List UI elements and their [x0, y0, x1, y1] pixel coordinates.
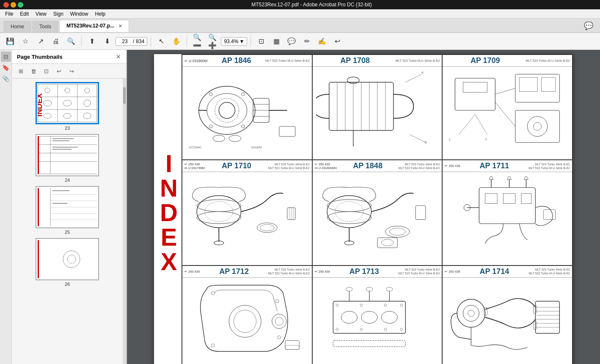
thumbnail-frame-23[interactable]: INDEX — [36, 82, 99, 124]
svg-text:S31IA54: S31IA54 — [251, 146, 262, 149]
svg-point-106 — [327, 212, 372, 224]
prev-page-btn[interactable]: ⬆ — [85, 35, 99, 48]
svg-point-142 — [360, 304, 363, 307]
bookmark-btn[interactable]: ☆ — [19, 35, 32, 48]
diagram-header-ap1708: AP 1708 MLT 523 Turbo M-U Série B-E2 — [313, 55, 442, 67]
zoom-dropdown-icon[interactable]: ▼ — [239, 38, 244, 44]
navigate-btn[interactable]: ↩ — [330, 35, 344, 48]
sidebar-options-btn[interactable]: ⊡ — [41, 66, 52, 77]
svg-rect-61 — [279, 126, 295, 137]
menu-bar: File Edit View Sign Window Help — [0, 9, 600, 19]
sidebar-scrollbar[interactable] — [123, 79, 126, 364]
sidebar-close-btn[interactable]: ✕ — [116, 53, 121, 60]
chat-icon[interactable]: 💬 — [581, 19, 597, 32]
svg-rect-137 — [333, 301, 405, 333]
diagram-cell-ap1708: AP 1708 MLT 523 Turbo M-U Série B-E2 — [313, 55, 443, 160]
separator-3 — [187, 36, 187, 47]
thumbnails-panel-btn[interactable]: ⊟ — [1, 52, 11, 62]
diagram-subtitle-ap1713: MLT 523 Turbo Série B-E2MLT 523 Turbo M-… — [399, 268, 440, 275]
attachments-panel-btn[interactable]: 📎 — [1, 74, 11, 84]
thumbnail-frame-26[interactable] — [36, 238, 99, 280]
diagram-title-ap1846: AP 1846 — [209, 56, 264, 65]
hand-tool-btn[interactable]: ✋ — [170, 35, 183, 48]
bookmarks-panel-btn[interactable]: 🔖 — [1, 63, 11, 73]
thumbnail-frame-25[interactable] — [36, 186, 99, 228]
diagram-ref-ap1848: ↵ 250 439↦ U 031600MV — [315, 162, 337, 170]
share-btn[interactable]: ↗ — [34, 35, 47, 48]
diagram-subtitle-ap1712: MLT 523 Turbo Série B-E2MLT 523 Turbo M-… — [268, 268, 310, 275]
layout-btn[interactable]: ▦ — [270, 35, 283, 48]
page-input[interactable] — [118, 38, 131, 44]
sidebar-redo-btn[interactable]: ↪ — [66, 66, 77, 77]
diagram-svg-ap1713 — [316, 281, 439, 361]
diagram-cell-ap1846: ↵ U 031800M AP 1846 MLT 523 Turbo M-U Sé… — [182, 55, 313, 160]
tab-home[interactable]: Home — [3, 21, 31, 32]
svg-line-86 — [495, 88, 516, 94]
tab-tools[interactable]: Tools — [32, 21, 58, 32]
svg-point-158 — [468, 310, 474, 316]
svg-line-87 — [495, 102, 516, 126]
thumbnail-23[interactable]: INDEX 23 — [15, 82, 119, 131]
svg-rect-79 — [463, 82, 487, 93]
sidebar-delete-btn[interactable]: 🗑 — [28, 66, 39, 77]
minimize-window-btn[interactable] — [11, 2, 16, 8]
zoom-in-btn[interactable]: 🔍➕ — [206, 35, 219, 48]
cursor-tool-btn[interactable]: ↖ — [154, 35, 168, 48]
print-btn[interactable]: 🖨 — [49, 35, 63, 48]
svg-rect-82 — [542, 77, 556, 91]
close-window-btn[interactable] — [3, 2, 9, 8]
diagram-title-ap1710: AP 1710 — [206, 161, 267, 170]
svg-rect-30 — [52, 149, 72, 150]
save-btn[interactable]: 💾 — [3, 35, 17, 48]
menu-file[interactable]: File — [2, 10, 17, 18]
svg-point-111 — [389, 228, 405, 235]
zoom-display[interactable]: 93.4% ▼ — [221, 37, 247, 46]
svg-point-147 — [384, 328, 387, 331]
svg-rect-19 — [38, 136, 97, 174]
thumbnail-24[interactable]: 24 — [15, 134, 119, 183]
page-total: 834 — [136, 38, 144, 44]
svg-point-134 — [275, 317, 283, 325]
menu-view[interactable]: View — [32, 10, 50, 18]
tab-close-icon[interactable]: ✕ — [118, 24, 122, 28]
svg-point-157 — [463, 305, 479, 321]
pdf-page: I N D E X ↵ U 031800M AP 1846 MLT 523 Tu… — [154, 54, 573, 364]
diagram-header-ap1711: ↵ 250 439 AP 1711 MLT 523 Turbo Série B-… — [443, 160, 572, 172]
sidebar-scrollbar-thumb[interactable] — [123, 87, 126, 104]
toolbar: 💾 ☆ ↗ 🖨 🔍 ⬆ ⬇ / 834 ↖ ✋ 🔍➖ 🔍➕ 93.4% ▼ ⊡ … — [0, 33, 600, 50]
menu-edit[interactable]: Edit — [17, 10, 32, 18]
next-page-btn[interactable]: ⬇ — [100, 35, 114, 48]
diagram-header-ap1846: ↵ U 031800M AP 1846 MLT 523 Turbo M-U Sé… — [182, 55, 312, 67]
highlight-btn[interactable]: ✏ — [300, 35, 314, 48]
diagram-title-ap1709: AP 1709 — [446, 56, 524, 65]
tab-document[interactable]: MT523Rev.12-07.p... ✕ — [59, 20, 129, 32]
diagram-cell-ap1713: ↵ 250 439 AP 1713 MLT 523 Turbo Série B-… — [313, 266, 443, 364]
svg-rect-112 — [416, 206, 426, 220]
thumbnail-25[interactable]: 25 — [15, 186, 119, 235]
diagram-title-ap1711: AP 1711 — [462, 161, 528, 170]
menu-help[interactable]: Help — [92, 10, 109, 18]
svg-rect-39 — [52, 190, 69, 191]
diagram-subtitle-ap1708: MLT 523 Turbo M-U Série B-E2 — [396, 59, 440, 63]
menu-sign[interactable]: Sign — [50, 10, 67, 18]
svg-point-60 — [229, 135, 241, 142]
thumbnail-area[interactable]: INDEX 23 — [12, 79, 123, 364]
menu-window[interactable]: Window — [67, 10, 92, 18]
thumbnail-26[interactable]: 26 — [15, 238, 119, 287]
svg-point-85 — [534, 123, 542, 131]
svg-rect-28 — [52, 140, 69, 141]
sidebar-undo-btn[interactable]: ↩ — [53, 66, 64, 77]
thumbnail-frame-24[interactable] — [36, 134, 99, 176]
draw-btn[interactable]: ✍ — [315, 35, 329, 48]
sidebar-grid-btn[interactable]: ⊞ — [15, 66, 26, 77]
comment-btn[interactable]: 💬 — [285, 35, 298, 48]
content-area[interactable]: I N D E X ↵ U 031800M AP 1846 MLT 523 Tu… — [127, 50, 600, 364]
svg-rect-115 — [479, 188, 536, 224]
diagram-ref-ap1712: ↵ 250 439 — [184, 270, 200, 274]
maximize-window-btn[interactable] — [18, 2, 23, 8]
search-btn[interactable]: 🔍 — [64, 35, 78, 48]
zoom-out-btn[interactable]: 🔍➖ — [190, 35, 204, 48]
svg-text:2: 2 — [485, 138, 487, 141]
tab-bar: Home Tools MT523Rev.12-07.p... ✕ 💬 — [0, 19, 600, 33]
fit-page-btn[interactable]: ⊡ — [254, 35, 268, 48]
